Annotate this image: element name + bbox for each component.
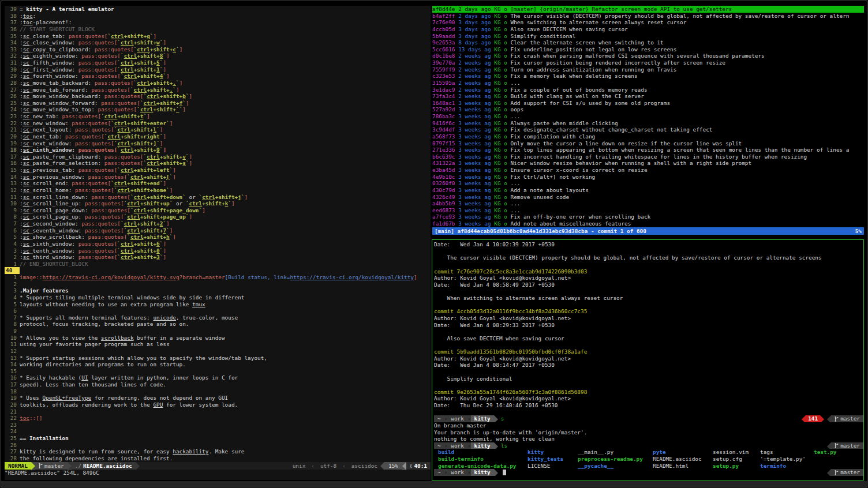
shell-prompt[interactable]: ~›work›kittys141master: [434, 415, 863, 422]
vim-line: 36// START_SHORTCUT_BLOCK: [5, 26, 431, 33]
commit-row[interactable]: d0c16e8 2 weeks ag KG o Fix crash when p…: [432, 52, 864, 59]
commit-row[interactable]: 4326c49 3 weeks ag KG o Remove unused co…: [432, 194, 864, 201]
line-number: 22: [5, 415, 20, 422]
line-number: 20: [5, 133, 20, 140]
file-entry: README.html: [653, 463, 689, 470]
vim-line: 5:sc_show_scrollback: pass:quotes[`ctrl+…: [5, 234, 431, 241]
commit-detail-line: Date: Wed Jan 4 10:02:39 2017 +0530: [434, 241, 863, 248]
commit-row[interactable]: 4ccb05d 3 days ago KG o Also save DECTCE…: [432, 26, 864, 33]
commit-row[interactable]: 5b9aadd 3 days ago KG o Simplify conditi…: [432, 33, 864, 40]
line-number: 3: [5, 287, 20, 294]
commit-detail-line: [434, 302, 863, 309]
commit-row[interactable]: b4af2ff 2 days ago KG o The cursor visib…: [432, 13, 864, 20]
shell-prompt[interactable]: ~›work›kittymaster: [434, 469, 863, 476]
shell-prompt[interactable]: ~›work›kittylsmaster: [434, 442, 863, 449]
commit-row[interactable]: 7c76e90 3 days ago KG o When switching t…: [432, 19, 864, 26]
command-output-line: Your branch is up-to-date with 'origin/m…: [434, 429, 863, 436]
file-encoding: utf-8: [317, 462, 339, 470]
line-number: 13: [5, 355, 20, 362]
directory-entry: __pycache__: [578, 463, 613, 470]
file-entry: '=template.py': [760, 456, 806, 463]
line-number: 27: [5, 448, 20, 455]
commit-row[interactable]: a7fce93 3 weeks ag KG o Fix an off-by-on…: [432, 213, 864, 220]
commit-row[interactable]: af8d44e 2 days ago KG o [master] {origin…: [432, 6, 864, 13]
vim-line: 22:sc_new_window: pass:quotes[`ctrl+shif…: [5, 120, 431, 127]
terminal-cursor: [503, 470, 506, 475]
commit-detail-line: [434, 248, 863, 255]
prompt-right-status: master: [827, 442, 863, 449]
vim-line: 1image::https://travis-ci.org/kovidgoyal…: [5, 274, 431, 281]
vim-line: 21: [5, 408, 431, 415]
ls-output-row: build-terminfokitty_testspreprocess-read…: [434, 456, 863, 463]
commit-row[interactable]: 39e770a 2 weeks ag KG o Fix cursor posit…: [432, 59, 864, 66]
commit-row[interactable]: eed6873 3 weeks ag KG o ...: [432, 207, 864, 214]
commit-row[interactable]: 4e9b10c 3 weeks ag KG o Fix Ctrl/alt+] n…: [432, 174, 864, 181]
commit-row[interactable]: 3c9d4df 3 weeks ag KG o Fix designate_ch…: [432, 126, 864, 133]
line-number: 22: [5, 120, 20, 127]
vim-line: 35:sc_close_tab: pass:quotes[`ctrl+shift…: [5, 33, 431, 40]
commit-row[interactable]: 3e1dac9 2 weeks ag KG o Fix a couple of …: [432, 87, 864, 93]
commit-detail-line: Also save DECTCEM when saving cursor: [434, 335, 863, 342]
commit-row[interactable]: 527a92d 3 weeks ag KG o oops: [432, 106, 864, 113]
commit-row[interactable]: 7559ff9 2 weeks ag KG o Turn on address …: [432, 66, 864, 73]
line-number: 35: [5, 33, 20, 40]
commit-row[interactable]: 271e336 3 weeks ag KG o Fix top lines ap…: [432, 147, 864, 153]
line-number: 27: [5, 87, 20, 93]
commit-row[interactable]: 430c79d 3 weeks ag KG o Add a note about…: [432, 187, 864, 194]
line-number: 33: [5, 46, 20, 53]
commit-row[interactable]: b6c639c 3 weeks ag KG o Fix incorrect ha…: [432, 153, 864, 160]
vim-filename: ./README.asciidoc: [72, 462, 136, 470]
commit-row[interactable]: a4bb5b9 3 weeks ag KG o ...: [432, 200, 864, 207]
vim-line: 25:sc_move_window_forward: pass:quotes[`…: [5, 100, 431, 107]
commit-row[interactable]: 431322a 3 weeks ag KG o Nicer window res…: [432, 160, 864, 167]
executable-entry: preprocess-readme.py: [578, 456, 643, 463]
vim-line: 14:sc_previous_window: pass:quotes[`ctrl…: [5, 174, 431, 181]
commit-row[interactable]: 315595a 2 weeks ag KG o ...: [432, 80, 864, 87]
commit-row[interactable]: 73fa3c4 2 weeks ag KG o Build with clang…: [432, 93, 864, 100]
git-branch-indicator: master: [831, 442, 863, 449]
tig-log-pane[interactable]: af8d44e 2 days ago KG o [master] {origin…: [432, 6, 864, 235]
powerline-arrow-icon: [494, 469, 498, 476]
window-bottom-edge: [1, 481, 867, 487]
commit-row[interactable]: c323e53 2 weeks ag KG o Fix a memory lea…: [432, 73, 864, 80]
line-number: 5: [5, 301, 20, 308]
line-number: 17: [5, 153, 20, 160]
line-number: 1: [5, 261, 20, 268]
commit-row[interactable]: 9e2653a 8 days ago KG o Clear the altern…: [432, 39, 864, 46]
line-number: 34: [5, 39, 20, 46]
commit-hash-line: commit 9e2653a55a1744f626a5607f3c3a0f886…: [434, 389, 863, 396]
git-branch-icon: [39, 463, 43, 468]
commit-row[interactable]: 0797f15 3 weeks ag KG o Only move the cu…: [432, 140, 864, 147]
vim-line: 27kitty is designed to run from source, …: [5, 448, 431, 455]
vim-line: 15:sc_previous_tab: pass:quotes[`ctrl+sh…: [5, 167, 431, 174]
line-number: 6: [5, 227, 20, 234]
commit-row[interactable]: a568f73 3 weeks ag KG o Fix compilation …: [432, 133, 864, 140]
line-number: 12: [5, 348, 20, 355]
commit-detail-line: [434, 409, 863, 416]
git-branch-icon: [835, 416, 839, 422]
powerline-arrow-icon: [31, 462, 35, 470]
vim-line: 3:sc_tenth_window: pass:quotes[`ctrl+shi…: [5, 247, 431, 254]
line-number: 37: [5, 19, 20, 26]
commit-row[interactable]: 03260f0 3 weeks ag KG o ...: [432, 180, 864, 187]
vim-line: 19* Uses OpenGL+FreeType for rendering, …: [5, 395, 431, 401]
vim-line: 21:sc_next_layout: pass:quotes[`ctrl+shi…: [5, 126, 431, 133]
vim-line: 9: [5, 328, 431, 335]
file-entry: session.vim: [713, 449, 749, 456]
tig-status-bar: [main] af8d44ecab05d01b6bc0ad4e1d331ebc9…: [432, 227, 864, 235]
git-show-terminal-pane[interactable]: Date: Wed Jan 4 10:02:39 2017 +0530 The …: [432, 239, 864, 481]
vim-line: 16:sc_paste_from_selection: pass:quotes[…: [5, 160, 431, 167]
commit-row[interactable]: 5cc6616 13 days ag KG o Fix underline_po…: [432, 46, 864, 53]
commit-row[interactable]: e3ba45d 3 weeks ag KG o Ensure cursor x-…: [432, 167, 864, 174]
line-number: 23: [5, 113, 20, 120]
vim-editor-pane[interactable]: 39= kitty - A terminal emulator38:toc:37…: [5, 6, 431, 480]
line-number: 9: [5, 207, 20, 214]
commit-row[interactable]: 786ba3c 3 weeks ag KG o ...: [432, 113, 864, 120]
commit-row[interactable]: fa1d67b 3 weeks ag KG o Add note about m…: [432, 220, 864, 227]
commit-row[interactable]: 1648ac1 3 weeks ag KG o Add support for …: [432, 100, 864, 107]
command-output-line: nothing to commit, working tree clean: [434, 436, 863, 442]
line-number: 3: [5, 247, 20, 254]
vim-line: 26:sc_move_window_backward: pass:quotes[…: [5, 93, 431, 100]
commit-row[interactable]: 9416f6c 3 weeks ag KG o Always paste whe…: [432, 120, 864, 127]
line-number: 6: [5, 307, 20, 314]
